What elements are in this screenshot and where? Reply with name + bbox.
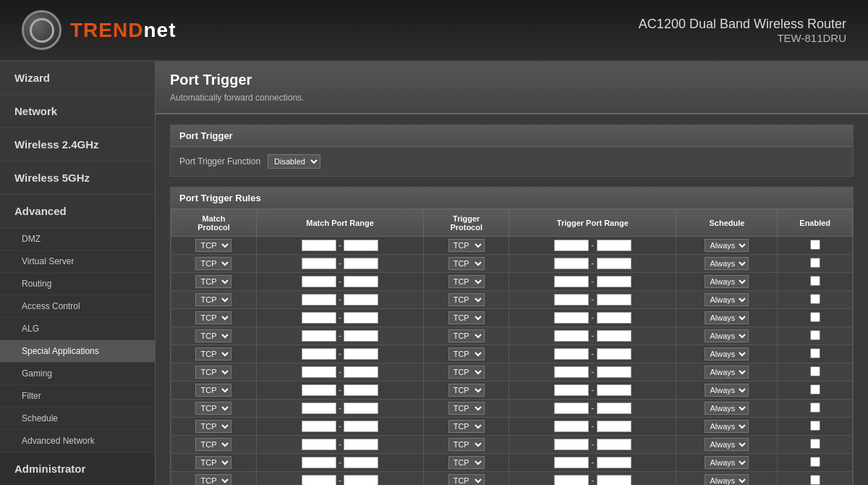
enabled-checkbox[interactable]	[810, 384, 820, 395]
sidebar-item-dmz[interactable]: DMZ	[0, 228, 155, 250]
match-port-end[interactable]	[344, 457, 378, 468]
schedule-select[interactable]: Always	[705, 474, 749, 485]
match-protocol-select[interactable]: TCPUDPBoth	[195, 384, 231, 397]
trigger-protocol-select[interactable]: TCPUDPBoth	[448, 347, 485, 360]
sidebar-item-filter[interactable]: Filter	[0, 385, 155, 408]
trigger-protocol-select[interactable]: TCPUDPBoth	[448, 366, 485, 379]
enabled-checkbox[interactable]	[810, 439, 820, 449]
match-port-start[interactable]	[302, 330, 336, 342]
trigger-protocol-select[interactable]: TCPUDPBoth	[448, 456, 485, 469]
trigger-port-end[interactable]	[597, 402, 631, 414]
schedule-select[interactable]: Always	[705, 311, 749, 324]
schedule-select[interactable]: Always	[705, 402, 749, 415]
schedule-select[interactable]: Always	[705, 347, 749, 360]
match-protocol-select[interactable]: TCPUDPBoth	[195, 257, 231, 270]
trigger-protocol-select[interactable]: TCPUDPBoth	[448, 329, 485, 342]
enabled-checkbox[interactable]	[810, 330, 820, 340]
match-port-start[interactable]	[302, 294, 336, 305]
enabled-checkbox[interactable]	[810, 457, 820, 467]
trigger-port-start[interactable]	[554, 421, 589, 432]
enabled-checkbox[interactable]	[810, 258, 820, 268]
sidebar-item-advanced-network[interactable]: Advanced Network	[0, 430, 155, 452]
enabled-checkbox[interactable]	[810, 475, 820, 485]
trigger-port-end[interactable]	[597, 384, 631, 396]
trigger-port-start[interactable]	[554, 366, 589, 378]
sidebar-item-wizard[interactable]: Wizard	[0, 62, 155, 95]
match-port-end[interactable]	[344, 439, 378, 450]
trigger-port-end[interactable]	[597, 421, 631, 432]
match-port-start[interactable]	[302, 276, 336, 287]
match-port-end[interactable]	[344, 475, 378, 485]
enabled-checkbox[interactable]	[810, 366, 820, 376]
match-port-start[interactable]	[302, 402, 336, 414]
match-protocol-select[interactable]: TCPUDPBoth	[195, 329, 231, 342]
schedule-select[interactable]: Always	[705, 329, 749, 342]
match-protocol-select[interactable]: TCPUDPBoth	[195, 311, 231, 324]
sidebar-item-wireless24[interactable]: Wireless 2.4GHz	[0, 128, 155, 161]
match-port-end[interactable]	[344, 240, 378, 251]
schedule-select[interactable]: Always	[705, 257, 749, 270]
match-port-start[interactable]	[302, 240, 336, 251]
match-port-start[interactable]	[302, 348, 336, 360]
match-protocol-select[interactable]: TCPUDPBoth	[195, 366, 231, 379]
sidebar-item-special-applications[interactable]: Special Applications	[0, 340, 155, 363]
match-protocol-select[interactable]: TCPUDPBoth	[195, 456, 231, 469]
enabled-checkbox[interactable]	[810, 276, 820, 286]
match-protocol-select[interactable]: TCPUDPBoth	[195, 239, 231, 252]
schedule-select[interactable]: Always	[705, 438, 749, 451]
trigger-port-end[interactable]	[597, 294, 631, 305]
sidebar-item-schedule[interactable]: Schedule	[0, 408, 155, 430]
trigger-port-start[interactable]	[554, 439, 589, 450]
trigger-port-start[interactable]	[554, 240, 589, 251]
trigger-port-start[interactable]	[554, 348, 589, 360]
trigger-protocol-select[interactable]: TCPUDPBoth	[448, 438, 485, 451]
trigger-protocol-select[interactable]: TCPUDPBoth	[448, 239, 485, 252]
trigger-port-start[interactable]	[554, 312, 589, 324]
trigger-port-end[interactable]	[597, 312, 631, 324]
sidebar-item-virtual-server[interactable]: Virtual Server	[0, 250, 155, 273]
trigger-port-end[interactable]	[597, 276, 631, 287]
trigger-port-end[interactable]	[597, 366, 631, 378]
match-protocol-select[interactable]: TCPUDPBoth	[195, 402, 231, 415]
trigger-port-end[interactable]	[597, 475, 631, 485]
trigger-protocol-select[interactable]: TCPUDPBoth	[448, 257, 485, 270]
trigger-port-end[interactable]	[597, 439, 631, 450]
match-port-start[interactable]	[302, 258, 336, 269]
match-port-start[interactable]	[302, 439, 336, 450]
trigger-protocol-select[interactable]: TCPUDPBoth	[448, 293, 485, 306]
sidebar-item-alg[interactable]: ALG	[0, 318, 155, 340]
match-port-end[interactable]	[344, 348, 378, 360]
trigger-protocol-select[interactable]: TCPUDPBoth	[448, 402, 485, 415]
trigger-port-end[interactable]	[597, 348, 631, 360]
enabled-checkbox[interactable]	[810, 348, 820, 358]
enabled-checkbox[interactable]	[810, 240, 820, 250]
trigger-port-end[interactable]	[597, 330, 631, 342]
schedule-select[interactable]: Always	[705, 366, 749, 379]
match-protocol-select[interactable]: TCPUDPBoth	[195, 474, 231, 485]
sidebar-item-advanced[interactable]: Advanced	[0, 195, 155, 228]
schedule-select[interactable]: Always	[705, 239, 749, 252]
match-port-end[interactable]	[344, 421, 378, 432]
enabled-checkbox[interactable]	[810, 421, 820, 431]
sidebar-item-routing[interactable]: Routing	[0, 273, 155, 295]
trigger-port-start[interactable]	[554, 294, 589, 305]
trigger-protocol-select[interactable]: TCPUDPBoth	[448, 474, 485, 485]
match-port-end[interactable]	[344, 258, 378, 269]
trigger-port-end[interactable]	[597, 240, 631, 251]
trigger-port-end[interactable]	[597, 457, 631, 468]
match-protocol-select[interactable]: TCPUDPBoth	[195, 438, 231, 451]
trigger-protocol-select[interactable]: TCPUDPBoth	[448, 384, 485, 397]
trigger-port-start[interactable]	[554, 330, 589, 342]
enabled-checkbox[interactable]	[810, 312, 820, 322]
sidebar-item-gaming[interactable]: Gaming	[0, 363, 155, 385]
trigger-port-start[interactable]	[554, 384, 589, 396]
trigger-port-start[interactable]	[554, 475, 589, 485]
enabled-checkbox[interactable]	[810, 402, 820, 413]
schedule-select[interactable]: Always	[705, 293, 749, 306]
match-port-end[interactable]	[344, 384, 378, 396]
trigger-port-end[interactable]	[597, 258, 631, 269]
schedule-select[interactable]: Always	[705, 420, 749, 433]
schedule-select[interactable]: Always	[705, 456, 749, 469]
match-port-start[interactable]	[302, 475, 336, 485]
sidebar-item-administrator[interactable]: Administrator	[0, 452, 155, 485]
